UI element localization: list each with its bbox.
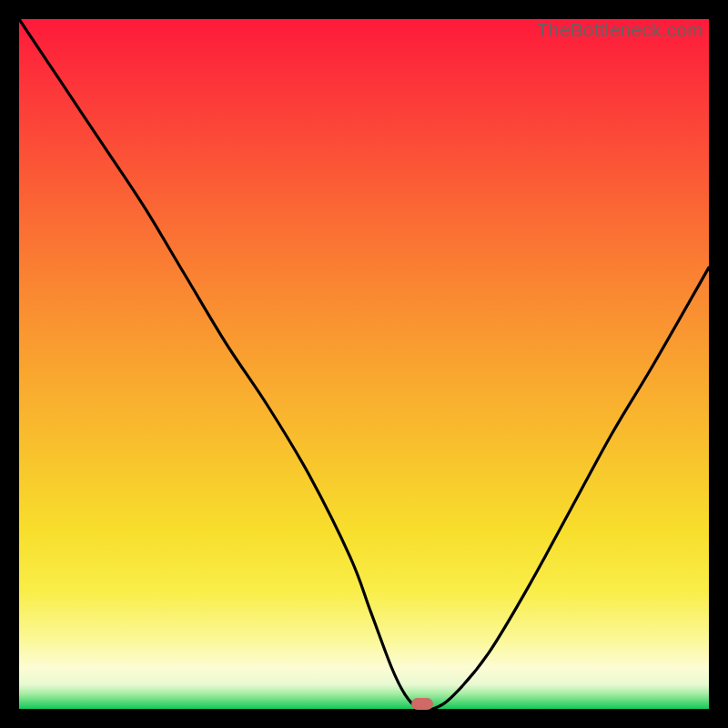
optimal-point-marker	[411, 698, 433, 710]
plot-area: TheBottleneck.com	[19, 19, 709, 709]
curve-path	[19, 19, 709, 709]
bottleneck-curve	[19, 19, 709, 709]
